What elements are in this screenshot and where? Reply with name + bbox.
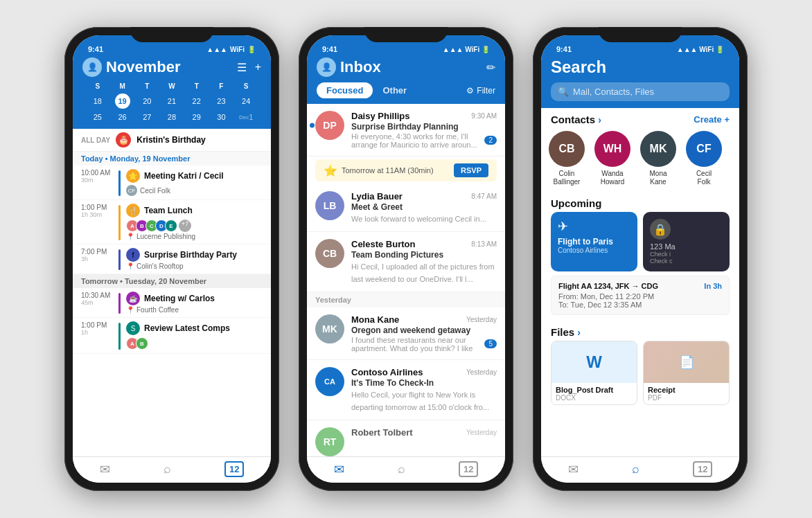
event-location-2: 📍Lucerne Publishing <box>126 233 263 240</box>
cal-day-20[interactable]: 20 <box>134 91 159 111</box>
event-dot-3 <box>118 249 121 270</box>
search-header: Search 🔍 <box>541 55 739 108</box>
cal-day-29[interactable]: 29 <box>184 111 209 123</box>
party-icon: f <box>126 248 140 262</box>
rsvp-banner: ⭐ Tomorrow at 11AM (30min) RSVP <box>315 159 497 181</box>
email-contoso[interactable]: CA Contoso Airlines Yesterday It's Time … <box>307 360 505 420</box>
file-name-receipt: Receipt <box>648 386 725 394</box>
event-review-comps[interactable]: 1:00 PM 1h S Review Latest Comps A B <box>73 318 271 354</box>
avatar-colin: CB <box>549 131 585 167</box>
email-robert[interactable]: RT Robert Tolbert Yesterday <box>307 420 505 456</box>
inbox-header: 👤 Inbox ✏ Focused Other ⚙ Filter <box>307 55 505 104</box>
tab-bar-calendar: ✉ ⌕ 12 <box>73 456 271 483</box>
file-receipt[interactable]: 📄 Receipt PDF <box>643 341 730 405</box>
cal-day-21[interactable]: 21 <box>159 91 184 111</box>
search-input[interactable] <box>573 87 723 97</box>
tab-calendar-inbox[interactable]: 12 <box>459 461 478 477</box>
calendar-header: 👤 November ☰ + S M T W T F S <box>73 55 271 129</box>
flight-paris-card[interactable]: ✈ Flight to Paris Contoso Airlines <box>551 212 637 271</box>
event-birthday-party[interactable]: 7:00 PM 3h f Surprise Birthday Party 📍Co… <box>73 244 271 274</box>
search-icon: 🔍 <box>558 87 569 97</box>
tab-other[interactable]: Other <box>373 82 416 98</box>
pdf-icon: 📄 <box>679 355 694 370</box>
tab-search-search[interactable]: ⌕ <box>632 462 639 476</box>
status-icons-search: ▲▲▲ WiFi 🔋 <box>677 46 724 53</box>
contact-colin[interactable]: CB ColinBallinger <box>547 131 587 186</box>
email-body-robert: Robert Tolbert Yesterday <box>351 427 497 438</box>
event-meeting-katri[interactable]: 10:00 AM 30m ⭐ Meeting Katri / Cecil CF … <box>73 166 271 200</box>
cal-day-30[interactable]: 30 <box>209 111 234 123</box>
email-daisy[interactable]: DP Daisy Phillips 9:30 AM Surprise Birth… <box>307 104 505 157</box>
email-body-celeste: Celeste Burton 8:13 AM Team Bonding Pict… <box>351 239 497 285</box>
file-preview-pdf: 📄 <box>644 341 729 383</box>
cal-day-28[interactable]: 28 <box>159 111 184 123</box>
contact-cecil[interactable]: CF CecilFolk <box>684 131 724 186</box>
notch-inbox <box>364 27 448 42</box>
user-avatar-inbox[interactable]: 👤 <box>317 57 336 77</box>
flight-to: To: Tue, Dec 12 3:35 AM <box>558 301 722 309</box>
today-label: Today • Monday, 19 November <box>73 152 271 166</box>
event-carlos[interactable]: 10:30 AM 45m ☕ Meeting w/ Carlos 📍Fourth… <box>73 288 271 318</box>
status-time-calendar: 9:41 <box>88 45 103 53</box>
cal-day-25[interactable]: 25 <box>85 111 110 123</box>
tomorrow-label: Tomorrow • Tuesday, 20 November <box>73 274 271 288</box>
email-lydia[interactable]: LB Lydia Bauer 8:47 AM Meet & Greet We l… <box>307 184 505 232</box>
tab-search-calendar[interactable]: ⌕ <box>164 462 171 476</box>
add-event-icon[interactable]: + <box>255 61 261 74</box>
email-celeste[interactable]: CB Celeste Burton 8:13 AM Team Bonding P… <box>307 232 505 292</box>
tab-search-inbox[interactable]: ⌕ <box>398 462 405 476</box>
time-contoso: Yesterday <box>466 368 497 376</box>
upcoming-section-header: Upcoming <box>541 192 739 212</box>
compose-icon[interactable]: ✏ <box>486 61 495 74</box>
phones-container: 9:41 ▲▲▲ WiFi 🔋 👤 November ☰ + <box>51 13 761 505</box>
email-body-daisy: Daisy Phillips 9:30 AM Surprise Birthday… <box>351 111 497 149</box>
time-celeste: 8:13 AM <box>471 240 497 248</box>
subject-celeste: Team Bonding Pictures <box>351 250 497 260</box>
second-upcoming-card[interactable]: 🔒 123 Ma Check i Check c <box>643 212 730 271</box>
contact-mona[interactable]: MK MonaKane <box>638 131 678 186</box>
unread-dot-daisy <box>310 123 315 128</box>
name-mona: MonaKane <box>649 170 667 186</box>
email-mona[interactable]: MK Mona Kane Yesterday Oregon and weeken… <box>307 307 505 360</box>
avatar-lydia: LB <box>315 191 344 220</box>
user-avatar-calendar[interactable]: 👤 <box>82 57 102 77</box>
contact-wanda[interactable]: WH WandaHoward <box>592 131 633 186</box>
avatar-cecil: CF <box>686 131 722 167</box>
all-day-event: ALL DAY 🎂 Kristin's Birthday <box>73 129 271 152</box>
cal-day-19[interactable]: 19 <box>110 91 135 111</box>
sender-lydia: Lydia Bauer <box>351 191 403 202</box>
preview-celeste: Hi Cecil, I uploaded all of the pictures… <box>351 262 495 283</box>
avatar-wanda: WH <box>594 131 630 167</box>
event-title-3: Surprise Birthday Party <box>144 250 237 260</box>
tab-focused[interactable]: Focused <box>317 82 373 98</box>
search-title: Search <box>551 57 730 77</box>
cal-day-26[interactable]: 26 <box>110 111 135 123</box>
sender-daisy: Daisy Phillips <box>351 111 410 121</box>
filter-button[interactable]: ⚙ Filter <box>466 86 495 96</box>
name-wanda: WandaHoward <box>601 170 624 186</box>
cal-day-18[interactable]: 18 <box>85 91 110 111</box>
all-day-event-title: Kristin's Birthday <box>136 135 206 145</box>
tab-mail-calendar[interactable]: ✉ <box>100 462 110 477</box>
event-content-4: ☕ Meeting w/ Carlos 📍Fourth Coffee <box>126 292 263 314</box>
cal-day-24[interactable]: 24 <box>233 91 258 111</box>
tab-mail-inbox[interactable]: ✉ <box>334 462 344 477</box>
birthday-icon: 🎂 <box>116 132 131 148</box>
event-team-lunch[interactable]: 1:00 PM 1h 30m 🍴 Team Lunch A B C <box>73 200 271 244</box>
tab-calendar-calendar[interactable]: 12 <box>224 461 244 477</box>
cal-day-dec1[interactable]: Dec1 <box>233 111 258 123</box>
cal-day-27[interactable]: 27 <box>134 111 159 123</box>
event-title-5: Review Latest Comps <box>144 323 230 333</box>
flight-airline: Contoso Airlines <box>558 247 630 254</box>
tab-mail-search[interactable]: ✉ <box>568 462 579 477</box>
list-view-icon[interactable]: ☰ <box>237 61 247 74</box>
rsvp-button[interactable]: RSVP <box>454 163 488 177</box>
create-button[interactable]: Create + <box>694 114 730 125</box>
event-content-5: S Review Latest Comps A B <box>126 321 263 350</box>
rsvp-icon: ⭐ <box>324 164 337 177</box>
cal-day-22[interactable]: 22 <box>184 91 209 111</box>
file-blog-post[interactable]: W Blog_Post Draft DOCX <box>551 341 637 405</box>
search-bar[interactable]: 🔍 <box>551 82 730 101</box>
cal-day-23[interactable]: 23 <box>209 91 234 111</box>
tab-calendar-search[interactable]: 12 <box>693 461 712 477</box>
